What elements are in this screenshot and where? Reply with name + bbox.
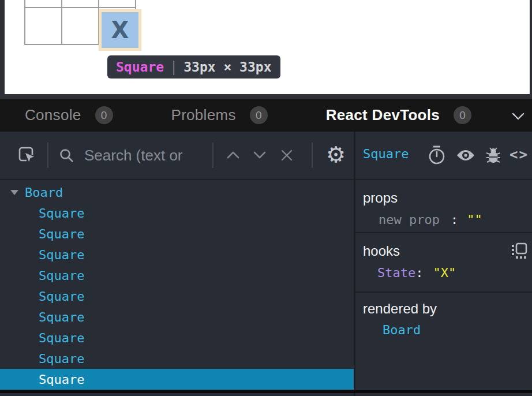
board-square[interactable]	[62, 8, 99, 45]
tree-item-square[interactable]: Square	[0, 286, 354, 307]
tree-item-square[interactable]: Square	[0, 265, 354, 286]
tooltip-component-name: Square	[116, 59, 164, 74]
window-left-edge	[0, 0, 5, 94]
hooks-section-title: hooks	[363, 243, 532, 259]
tab-badge: 0	[250, 106, 268, 124]
hook-row: State:"X"	[363, 266, 532, 280]
tooltip-dimensions: 33px × 33px	[183, 59, 271, 74]
tree-item-square[interactable]: Square	[0, 327, 354, 348]
tree-item-square[interactable]: Square	[0, 223, 354, 244]
tree-item-label: Square	[39, 331, 84, 345]
rendered-by-board-link[interactable]: Board	[363, 323, 532, 337]
board-square[interactable]	[62, 0, 99, 8]
inspect-dom-eye-icon[interactable]	[456, 149, 475, 162]
tree-item-label: Square	[39, 268, 84, 283]
hooks-section: hooks State:"X"	[355, 233, 532, 292]
toolbar-divider	[47, 143, 48, 168]
tree-item-label: Board	[25, 185, 63, 200]
devtools-tabbar: Console 0 Problems 0 React DevTools 0	[0, 99, 532, 132]
hook-state-name: State	[377, 266, 415, 280]
tree-item-label: Square	[39, 352, 84, 366]
hook-state-value-field[interactable]: "X"	[433, 266, 456, 280]
props-section: props new prop:""	[355, 180, 532, 232]
rendered-by-section-title: rendered by	[363, 301, 532, 317]
toolbar-divider	[212, 143, 213, 168]
tooltip-divider: |	[171, 59, 176, 75]
chevron-down-icon[interactable]	[10, 190, 18, 195]
collapse-chevron-down-icon[interactable]	[511, 113, 525, 120]
tree-item-square[interactable]: Square	[0, 348, 354, 369]
bottom-divider-strip	[0, 390, 532, 393]
rendered-by-section: rendered by Board	[355, 293, 532, 337]
tab-console[interactable]: Console 0	[25, 106, 113, 124]
tab-badge: 0	[454, 106, 471, 124]
component-details-panel: props new prop:"" hooks	[355, 180, 532, 393]
tree-item-label: Square	[39, 372, 84, 387]
inspect-element-icon[interactable]	[17, 145, 36, 165]
tab-badge: 0	[95, 106, 113, 124]
tree-item-label: Square	[39, 289, 84, 304]
prop-colon: :	[451, 212, 458, 227]
devtools-window: X Square | 33px × 33px Console 0 Problem…	[0, 0, 532, 396]
tab-label: Problems	[171, 106, 236, 124]
window-right-edge	[530, 0, 532, 94]
board-square[interactable]	[25, 8, 62, 45]
react-devtools-panel: ⚙ Square	[0, 132, 532, 396]
tree-item-square-selected[interactable]: Square	[0, 369, 354, 390]
search-prev-chevron-up-icon[interactable]	[226, 151, 240, 159]
tab-react-devtools[interactable]: React DevTools 0	[326, 106, 471, 124]
new-prop-name-field[interactable]: new prop	[379, 212, 440, 227]
tree-item-label: Square	[39, 310, 84, 324]
board-square[interactable]	[25, 0, 62, 8]
search-input[interactable]	[84, 144, 208, 167]
selected-component-name: Square	[363, 147, 409, 161]
tab-problems[interactable]: Problems 0	[171, 106, 268, 124]
tree-item-square[interactable]: Square	[0, 244, 354, 265]
inspected-page: X Square | 33px × 33px	[0, 0, 532, 94]
search-clear-close-icon[interactable]	[280, 149, 293, 162]
inspect-tooltip: Square | 33px × 33px	[107, 55, 280, 79]
suspend-stopwatch-icon[interactable]	[428, 145, 446, 166]
search-next-chevron-down-icon[interactable]	[253, 151, 267, 159]
hook-colon: :	[415, 266, 423, 280]
toolbar-divider	[312, 143, 313, 168]
inspect-highlight-square: X	[102, 12, 138, 48]
tab-label: React DevTools	[326, 106, 440, 124]
tree-item-label: Square	[39, 227, 84, 241]
settings-gear-icon[interactable]: ⚙	[326, 144, 346, 166]
tab-label: Console	[25, 106, 81, 124]
view-source-code-icon[interactable]: <>	[509, 147, 529, 163]
board-square[interactable]	[99, 0, 136, 8]
tree-item-board[interactable]: Board	[0, 182, 354, 203]
prop-row: new prop:""	[363, 212, 532, 227]
debug-bug-icon[interactable]	[485, 146, 501, 165]
devtools-top-border	[0, 94, 532, 99]
props-section-title: props	[363, 190, 532, 206]
search-icon	[58, 147, 74, 163]
new-prop-value-field[interactable]: ""	[467, 212, 482, 227]
tree-item-label: Square	[39, 206, 84, 221]
tree-item-square[interactable]: Square	[0, 203, 354, 223]
tree-item-label: Square	[39, 248, 84, 262]
component-tree: Board Square Square Square Square Square…	[0, 180, 354, 390]
parse-hook-names-icon[interactable]	[511, 242, 527, 259]
tree-item-square[interactable]: Square	[0, 307, 354, 327]
